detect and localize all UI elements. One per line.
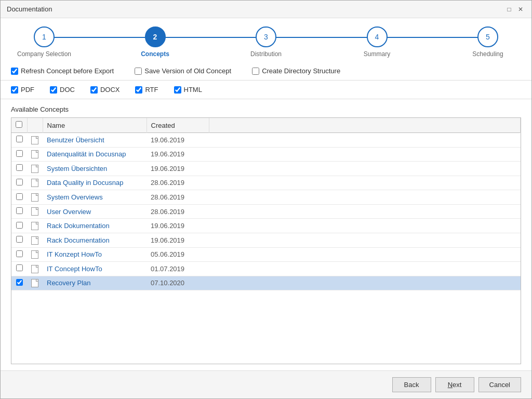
format-doc-label: DOC xyxy=(60,86,75,94)
table-row[interactable]: IT Concept HowTo01.07.2019 xyxy=(11,262,521,276)
row-date: 05.06.2019 xyxy=(147,247,209,262)
row-date: 19.06.2019 xyxy=(147,133,209,148)
row-name: User Overview xyxy=(43,204,147,219)
create-directory-checkbox[interactable] xyxy=(252,68,259,75)
row-icon-cell xyxy=(27,247,43,262)
row-date: 19.06.2019 xyxy=(147,162,209,176)
table-row[interactable]: Rack Documentation19.06.2019 xyxy=(11,233,521,247)
table-row[interactable]: Data Quality in Docusnap28.06.2019 xyxy=(11,176,521,190)
row-checkbox[interactable] xyxy=(16,179,23,185)
row-checkbox-cell[interactable] xyxy=(11,262,27,276)
refresh-concept-checkbox[interactable] xyxy=(11,68,18,75)
row-icon-cell xyxy=(27,162,43,176)
col-icon xyxy=(27,118,43,133)
row-checkbox-cell[interactable] xyxy=(11,204,27,219)
row-checkbox[interactable] xyxy=(16,150,23,157)
row-icon-cell xyxy=(27,147,43,162)
row-checkbox[interactable] xyxy=(16,207,23,214)
row-checkbox-cell[interactable] xyxy=(11,147,27,162)
format-pdf[interactable]: PDF xyxy=(11,86,34,94)
table-row[interactable]: Rack Dokumentation19.06.2019 xyxy=(11,219,521,233)
format-html[interactable]: HTML xyxy=(174,86,202,94)
row-checkbox[interactable] xyxy=(16,264,23,271)
format-docx[interactable]: DOCX xyxy=(90,86,120,94)
row-extra xyxy=(209,219,521,233)
format-pdf-checkbox[interactable] xyxy=(11,86,18,94)
row-checkbox-cell[interactable] xyxy=(11,233,27,247)
row-checkbox[interactable] xyxy=(16,222,23,229)
table-title: Available Concepts xyxy=(11,105,521,113)
doc-icon xyxy=(31,179,38,187)
stepper: 1 Company Selection 2 Concepts 3 Distrib… xyxy=(1,18,531,62)
create-directory-option[interactable]: Create Directory Structure xyxy=(252,67,340,75)
table-row[interactable]: Recovery Plan07.10.2020 xyxy=(11,276,521,290)
table-header-row: Name Created xyxy=(11,118,521,133)
save-version-checkbox[interactable] xyxy=(135,68,142,75)
row-extra xyxy=(209,190,521,205)
table-row[interactable]: Datenqualität in Docusnap19.06.2019 xyxy=(11,147,521,162)
row-checkbox-cell[interactable] xyxy=(11,162,27,176)
save-version-option[interactable]: Save Version of Old Concept xyxy=(135,67,231,75)
format-rtf-checkbox[interactable] xyxy=(135,86,142,94)
select-all-checkbox[interactable] xyxy=(16,121,22,128)
doc-icon xyxy=(31,150,38,158)
row-date: 19.06.2019 xyxy=(147,147,209,162)
main-window: Documentation □ ✕ 1 Company Selection 2 … xyxy=(0,0,532,399)
next-button[interactable]: Next xyxy=(435,377,474,392)
row-checkbox[interactable] xyxy=(16,164,23,171)
row-checkbox[interactable] xyxy=(16,136,23,142)
row-extra xyxy=(209,162,521,176)
table-row[interactable]: System Übersichten19.06.2019 xyxy=(11,162,521,176)
row-icon-cell xyxy=(27,262,43,276)
row-checkbox-cell[interactable] xyxy=(11,176,27,190)
format-rtf-label: RTF xyxy=(145,86,158,94)
table-row[interactable]: IT Konzept HowTo05.06.2019 xyxy=(11,247,521,262)
row-checkbox[interactable] xyxy=(16,193,23,200)
footer: Back Next Cancel xyxy=(1,370,531,398)
table-row[interactable]: User Overview28.06.2019 xyxy=(11,204,521,219)
close-button[interactable]: ✕ xyxy=(516,5,525,14)
format-doc-checkbox[interactable] xyxy=(50,86,57,94)
format-pdf-label: PDF xyxy=(21,86,34,94)
doc-icon xyxy=(31,236,38,245)
col-created[interactable]: Created xyxy=(147,118,209,133)
row-checkbox-cell[interactable] xyxy=(11,190,27,205)
row-name: Benutzer Übersicht xyxy=(43,133,147,148)
row-name: System Übersichten xyxy=(43,162,147,176)
row-date: 28.06.2019 xyxy=(147,190,209,205)
minimize-button[interactable]: □ xyxy=(504,5,514,14)
window-title: Documentation xyxy=(7,5,52,13)
row-checkbox-cell[interactable] xyxy=(11,247,27,262)
table-row[interactable]: System Overviews28.06.2019 xyxy=(11,190,521,205)
concepts-table-container[interactable]: Name Created Benutzer Übersicht19.06.201… xyxy=(11,117,521,364)
format-html-checkbox[interactable] xyxy=(174,86,181,94)
format-html-label: HTML xyxy=(184,86,202,94)
step-4-circle: 4 xyxy=(367,26,388,47)
row-extra xyxy=(209,147,521,162)
concepts-table: Name Created Benutzer Übersicht19.06.201… xyxy=(11,118,521,290)
row-icon-cell xyxy=(27,190,43,205)
stepper-steps: 1 Company Selection 2 Concepts 3 Distrib… xyxy=(13,26,519,58)
row-checkbox[interactable] xyxy=(16,250,23,257)
format-rtf[interactable]: RTF xyxy=(135,86,158,94)
row-icon-cell xyxy=(27,219,43,233)
refresh-concept-label: Refresh Concept before Export xyxy=(21,67,114,75)
table-area: Available Concepts Name Created Benutzer… xyxy=(1,99,531,370)
row-checkbox-cell[interactable] xyxy=(11,133,27,148)
row-extra xyxy=(209,262,521,276)
row-checkbox[interactable] xyxy=(16,279,23,286)
table-row[interactable]: Benutzer Übersicht19.06.2019 xyxy=(11,133,521,148)
refresh-concept-option[interactable]: Refresh Concept before Export xyxy=(11,67,114,75)
row-extra xyxy=(209,176,521,190)
row-checkbox-cell[interactable] xyxy=(11,276,27,290)
col-name[interactable]: Name xyxy=(43,118,147,133)
row-checkbox-cell[interactable] xyxy=(11,219,27,233)
format-docx-label: DOCX xyxy=(100,86,120,94)
back-button[interactable]: Back xyxy=(392,377,431,392)
cancel-button[interactable]: Cancel xyxy=(478,377,521,392)
format-doc[interactable]: DOC xyxy=(50,86,75,94)
row-checkbox[interactable] xyxy=(16,236,23,243)
title-bar: Documentation □ ✕ xyxy=(1,1,531,18)
format-docx-checkbox[interactable] xyxy=(90,86,98,94)
row-name: Rack Dokumentation xyxy=(43,219,147,233)
